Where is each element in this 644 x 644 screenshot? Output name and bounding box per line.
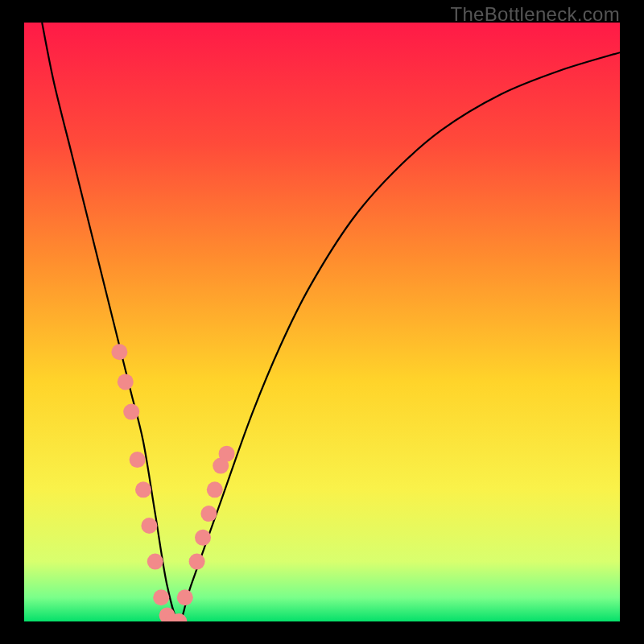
plot-area [24, 23, 620, 621]
highlight-dot [111, 344, 127, 360]
highlight-dot [207, 481, 223, 497]
chart-frame: TheBottleneck.com [0, 0, 644, 644]
highlight-dot [200, 506, 217, 522]
highlight-dot [118, 374, 134, 390]
watermark-text: TheBottleneck.com [450, 3, 620, 26]
highlight-dot [135, 481, 151, 497]
highlight-dot [189, 554, 205, 570]
highlight-dot [177, 589, 193, 605]
highlight-dot [130, 452, 146, 468]
highlight-dot [141, 518, 157, 534]
highlight-dot [195, 530, 211, 546]
highlight-dot [219, 446, 235, 462]
highlight-dot [147, 554, 163, 570]
highlight-dot [153, 589, 169, 605]
highlight-dot [123, 404, 139, 420]
bottleneck-curve [24, 23, 620, 621]
